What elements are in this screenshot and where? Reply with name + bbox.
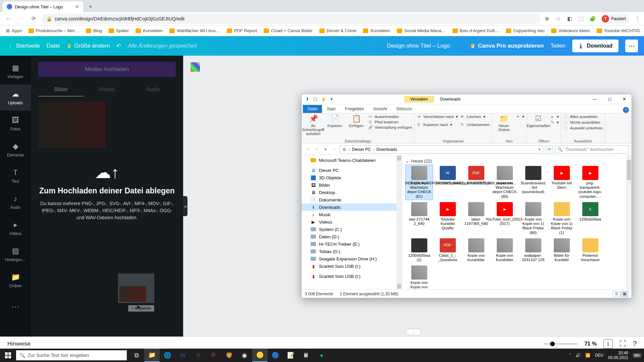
- design-page[interactable]: [191, 62, 200, 72]
- bookmark-item[interactable]: Dinner & Crime: [317, 27, 359, 35]
- properties-button[interactable]: ☑Eigenschaften: [529, 114, 548, 128]
- file-item[interactable]: ▶png-transparent-youtube-logo-computer-…: [577, 165, 604, 200]
- home-button[interactable]: 〈 Startseite: [6, 42, 40, 50]
- bookmark-item[interactable]: Produktsuche – Mer…: [26, 27, 82, 35]
- file-item[interactable]: Bilder für Kursbild: [548, 237, 575, 263]
- up-button[interactable]: ↑: [330, 147, 338, 152]
- taskbar-app-edge2[interactable]: 🔵: [268, 349, 283, 362]
- icons-view-button[interactable]: ▦: [621, 291, 628, 297]
- file-item[interactable]: Kopie von Wachstum depot CHECK (60): [491, 165, 518, 200]
- rail-more[interactable]: ⋯: [0, 294, 31, 320]
- file-item[interactable]: X1200x630wa: [577, 201, 604, 236]
- tree-item[interactable]: Seagate Expansion Drive (H:): [302, 255, 402, 262]
- pin-button[interactable]: 📌An Schnellzugriff anheften: [304, 114, 323, 136]
- taskbar-app-word[interactable]: W: [175, 349, 191, 362]
- maximize-button[interactable]: ◻: [602, 94, 617, 104]
- tree-item-downloads[interactable]: ⬇Downloads: [302, 203, 402, 211]
- navigation-tree[interactable]: Microsoft Teams-Chatdateien 🖥Dieser PC 🟦…: [302, 155, 402, 289]
- file-item[interactable]: ▶Youtube mit Stern: [548, 165, 575, 200]
- new-tab-button[interactable]: +: [86, 2, 95, 11]
- tree-item[interactable]: 📄Dokumente: [302, 196, 402, 203]
- taskbar-app-chrome[interactable]: 🟡: [252, 349, 268, 362]
- rail-elements[interactable]: ◆Elemente: [0, 137, 31, 163]
- copy-to-button[interactable]: ⎘Kopieren nach ▾: [417, 122, 458, 127]
- move-to-button[interactable]: ➔Verschieben nach ▾: [417, 114, 458, 119]
- taskbar-search[interactable]: 🔍Zur Suche Text hier eingeben: [16, 350, 127, 360]
- language-indicator[interactable]: DEU: [595, 353, 603, 358]
- extension-icon[interactable]: ◧: [567, 15, 573, 22]
- design-title[interactable]: Design ohne Titel – Logo: [387, 43, 450, 49]
- taskbar-app-explorer[interactable]: 📁: [144, 349, 160, 362]
- copy-path-button[interactable]: ⎘Pfad kopieren: [368, 120, 412, 124]
- zoom-icon[interactable]: ⊕: [544, 15, 550, 22]
- url-input[interactable]: 🔒 canva.com/design/DAEdomzscjI/drBfjHdCo…: [42, 14, 540, 24]
- drop-zone-overlay[interactable]: ☁↑ Zum Hochladen deiner Datei ablegen Du…: [31, 56, 183, 337]
- scrollbar[interactable]: [626, 155, 632, 289]
- file-menu[interactable]: Datei: [47, 43, 60, 49]
- paste-button[interactable]: 📋Einfügen: [346, 114, 366, 128]
- close-button[interactable]: ✕: [617, 94, 632, 104]
- wifi-icon[interactable]: 📶: [585, 353, 590, 358]
- taskbar-app-obs[interactable]: ◉: [237, 349, 252, 362]
- bookmark-item[interactable]: Videokurs Ideen: [548, 27, 593, 35]
- paste-shortcut-button[interactable]: 🔗Verknüpfung einfügen: [368, 125, 412, 130]
- notifications-button[interactable]: 99+: [633, 353, 641, 358]
- ribbon-tab-start[interactable]: Start: [322, 105, 340, 113]
- breadcrumb-downloads[interactable]: Downloads: [376, 147, 397, 152]
- file-item[interactable]: ▶YouTube_icon_(2013-2017): [491, 201, 518, 236]
- file-item[interactable]: wallpaper-1531107 128: [520, 237, 547, 263]
- page-strip-toggle[interactable]: ︿: [407, 329, 420, 335]
- tray-overflow[interactable]: ˄: [569, 353, 571, 358]
- file-item[interactable]: Kopie von Kopie von 1) Black Friday (1): [548, 201, 575, 236]
- task-view-button[interactable]: ⧉: [129, 349, 144, 362]
- tree-item[interactable]: Tobias (G:): [302, 248, 402, 255]
- bookmark-item[interactable]: Kursideen: [133, 27, 165, 35]
- file-item[interactable]: Kopie von Kursbilder: [491, 237, 518, 263]
- resize-button[interactable]: ♛ Größe ändern: [67, 43, 110, 50]
- dropdown-icon[interactable]: ▾: [328, 96, 334, 102]
- tree-item[interactable]: ♪Musik: [302, 211, 402, 218]
- file-item[interactable]: PDFLectureSlides1_summer2021_with_annota…: [463, 165, 490, 200]
- menu-icon[interactable]: ⋮: [634, 15, 641, 22]
- page-indicator[interactable]: 1: [603, 339, 613, 349]
- rail-text[interactable]: TText: [0, 163, 31, 189]
- rename-button[interactable]: ✎Umbenennen: [460, 122, 490, 127]
- select-none-button[interactable]: ⬚Nichts auswählen: [563, 120, 603, 125]
- help-icon[interactable]: ?: [623, 107, 629, 113]
- close-tab-icon[interactable]: ✕: [75, 4, 79, 9]
- select-all-button[interactable]: ⬚Alles auswählen: [563, 114, 603, 119]
- taskbar-app-excel[interactable]: X: [191, 349, 206, 362]
- search-input[interactable]: 🔍 "Downloads" durchsuchen: [555, 145, 629, 154]
- rail-templates[interactable]: ▦Vorlagen: [0, 58, 31, 84]
- taskbar-app-calc[interactable]: 🖩: [299, 349, 314, 362]
- more-button[interactable]: ⋯: [625, 40, 638, 52]
- tree-item[interactable]: System (C:): [302, 226, 402, 233]
- bookmark-item[interactable]: Kursideen: [360, 27, 393, 35]
- notes-button[interactable]: Hinweise: [7, 341, 31, 347]
- rail-uploads[interactable]: ☁Uploads: [0, 84, 31, 111]
- breadcrumb-pc[interactable]: Dieser PC: [352, 147, 371, 152]
- explorer-titlebar[interactable]: ⬇ ▢ ▮ ▾ Verwalten Downloads — ◻ ✕: [302, 94, 632, 104]
- tree-item[interactable]: 🖥Desktop: [302, 189, 402, 196]
- volume-icon[interactable]: 🔊: [576, 353, 581, 358]
- ribbon-tab-view[interactable]: Ansicht: [369, 105, 392, 113]
- dropdown-icon[interactable]: ▾: [538, 147, 541, 152]
- taskbar-app-spotify[interactable]: ●: [314, 349, 329, 362]
- bookmark-item[interactable]: PDF Report: [224, 27, 260, 35]
- group-header[interactable]: ⌄Heute (22): [406, 157, 628, 165]
- file-explorer-window[interactable]: ⬇ ▢ ▮ ▾ Verwalten Downloads — ◻ ✕ Datei …: [301, 94, 632, 298]
- star-icon[interactable]: ☆: [555, 15, 562, 22]
- bookmark-item[interactable]: Wahlfächer WU Aus…: [167, 27, 223, 35]
- file-item[interactable]: Scandinavianz - Sol (soundcloud): [520, 165, 547, 200]
- delete-button[interactable]: ✕Löschen ▾: [460, 114, 490, 119]
- taskbar-app-edge[interactable]: 🌐: [160, 349, 175, 362]
- file-item[interactable]: 1200x630wa (2): [406, 237, 433, 263]
- forward-button[interactable]: →: [313, 147, 320, 152]
- apps-button[interactable]: ⊞Apps: [3, 27, 24, 35]
- scrollbar[interactable]: [396, 155, 402, 289]
- rail-photos[interactable]: 🖼Fotos: [0, 111, 31, 137]
- browser-tab[interactable]: Design ohne Titel – Logo ✕: [3, 1, 83, 12]
- back-button[interactable]: ←: [304, 147, 312, 152]
- rail-audio[interactable]: ♪Audio: [0, 189, 31, 215]
- bookmark-item[interactable]: Cload + Canva Bilder: [261, 27, 315, 35]
